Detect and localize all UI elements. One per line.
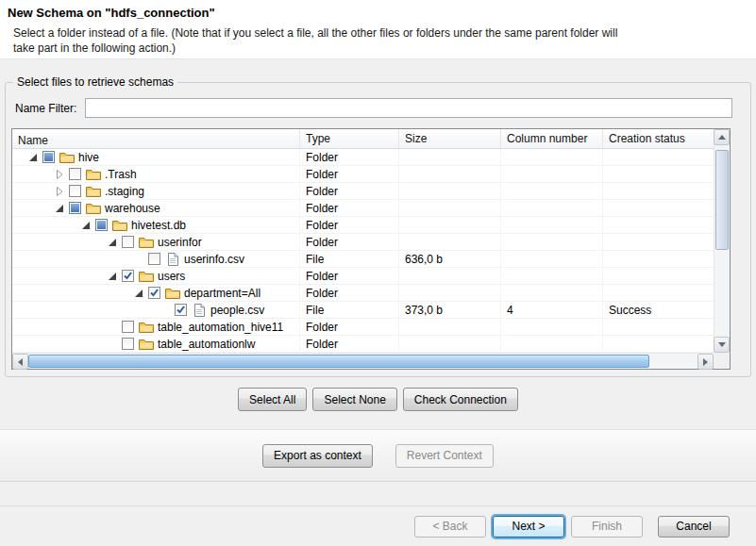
cancel-button[interactable]: Cancel xyxy=(658,516,730,538)
tree-collapse-icon[interactable] xyxy=(27,153,39,162)
cell-colnum xyxy=(501,336,603,352)
select-none-button[interactable]: Select None xyxy=(312,388,396,411)
tree-expand-icon[interactable] xyxy=(54,187,65,196)
group-title: Select files to retrieve schemas xyxy=(13,75,177,89)
cell-status xyxy=(603,336,714,352)
file-icon xyxy=(165,253,180,266)
row-checkbox[interactable] xyxy=(69,185,81,197)
tree-row-people-csv[interactable]: people.csvFile373,0 b4Success xyxy=(12,302,714,319)
tree-collapse-icon[interactable] xyxy=(54,204,65,213)
folder-icon xyxy=(139,339,154,350)
cell-colnum xyxy=(501,234,603,250)
cell-status xyxy=(603,285,714,301)
export-as-context-button[interactable]: Export as context xyxy=(262,444,373,468)
row-checkbox[interactable] xyxy=(122,236,134,248)
cell-size xyxy=(399,285,501,301)
column-header-colnum[interactable]: Column number xyxy=(501,129,603,148)
horizontal-scroll-thumb[interactable] xyxy=(28,355,649,368)
tree-row-hive[interactable]: hiveFolder xyxy=(12,149,714,166)
row-name-label: hive xyxy=(78,150,99,165)
vertical-scroll-thumb[interactable] xyxy=(715,150,729,250)
table-body: hiveFolder.TrashFolder.stagingFolderware… xyxy=(12,149,714,353)
column-header-type[interactable]: Type xyxy=(300,129,399,148)
row-checkbox[interactable] xyxy=(42,151,55,163)
vertical-scrollbar[interactable] xyxy=(714,129,730,353)
scroll-left-button[interactable] xyxy=(12,354,28,370)
finish-button[interactable]: Finish xyxy=(571,516,643,538)
check-connection-button[interactable]: Check Connection xyxy=(403,388,518,411)
back-button[interactable]: < Back xyxy=(414,516,486,538)
row-checkbox[interactable] xyxy=(122,321,134,333)
cell-type: File xyxy=(300,251,399,267)
tree-row-trash[interactable]: .TrashFolder xyxy=(12,166,714,183)
next-button[interactable]: Next > xyxy=(493,516,564,538)
folder-icon xyxy=(139,237,154,248)
expander-spacer xyxy=(160,306,171,315)
cell-status xyxy=(603,319,714,335)
expander-spacer xyxy=(107,323,118,332)
cell-size xyxy=(399,336,501,352)
row-name-label: .Trash xyxy=(105,167,137,182)
tree-collapse-icon[interactable] xyxy=(107,272,118,281)
tree-collapse-icon[interactable] xyxy=(107,238,118,247)
scroll-up-button[interactable] xyxy=(714,129,730,145)
wizard-footer: < Back Next > Finish Cancel xyxy=(0,505,756,546)
revert-context-button[interactable]: Revert Context xyxy=(395,444,494,468)
row-checkbox[interactable] xyxy=(95,219,108,231)
tree-expand-icon[interactable] xyxy=(54,170,65,179)
row-checkbox[interactable] xyxy=(148,253,160,265)
cell-name: userinfor xyxy=(12,234,300,250)
cell-status xyxy=(603,166,714,182)
tree-collapse-icon[interactable] xyxy=(80,221,92,230)
cell-size xyxy=(399,234,501,250)
cell-type: Folder xyxy=(300,200,399,216)
tree-row-staging[interactable]: .stagingFolder xyxy=(12,183,714,200)
select-all-button[interactable]: Select All xyxy=(238,388,307,411)
row-name-label: .staging xyxy=(105,184,144,199)
cell-type: Folder xyxy=(300,149,399,165)
row-checkbox[interactable] xyxy=(175,304,187,316)
cell-size: 636,0 b xyxy=(399,251,501,267)
cell-status xyxy=(603,268,714,284)
cell-type: Folder xyxy=(300,166,399,182)
row-checkbox[interactable] xyxy=(122,338,134,350)
tree-row-userinfo-csv[interactable]: userinfo.csvFile636,0 b xyxy=(12,251,714,268)
cell-name: warehouse xyxy=(12,200,300,216)
scroll-down-button[interactable] xyxy=(714,337,730,353)
cell-name: userinfo.csv xyxy=(12,251,300,267)
folder-icon xyxy=(59,152,75,163)
tree-row-warehouse[interactable]: warehouseFolder xyxy=(12,200,714,217)
tree-row-department-all[interactable]: department=AllFolder xyxy=(12,285,714,302)
tree-collapse-icon[interactable] xyxy=(133,289,144,298)
row-checkbox[interactable] xyxy=(69,168,81,180)
row-checkbox[interactable] xyxy=(69,202,81,214)
cell-colnum xyxy=(501,166,603,182)
cell-type: File xyxy=(300,302,399,318)
tree-row-table-automation-hive11[interactable]: table_automation_hive11Folder xyxy=(12,319,714,336)
cell-name: department=All xyxy=(12,285,300,301)
scroll-right-button[interactable] xyxy=(697,354,714,370)
cell-name: hive xyxy=(12,149,300,165)
cell-name: users xyxy=(12,268,300,284)
tree-row-hivetest-db[interactable]: hivetest.dbFolder xyxy=(12,217,714,234)
name-filter-input[interactable] xyxy=(85,98,732,118)
column-header-name[interactable]: Name xyxy=(12,129,300,148)
column-header-size[interactable]: Size xyxy=(399,129,501,148)
column-header-status[interactable]: Creation status xyxy=(603,129,714,148)
schema-tree-table: NameTypeSizeColumn numberCreation status… xyxy=(11,128,731,370)
cell-status xyxy=(603,217,714,233)
scrollbar-corner xyxy=(714,353,730,369)
description-line-1: Select a folder instead of a file. (Note… xyxy=(13,25,617,41)
folder-icon xyxy=(86,186,101,197)
row-checkbox[interactable] xyxy=(122,270,134,282)
tree-row-table-automationlw[interactable]: table_automationlwFolder xyxy=(12,336,714,353)
tree-row-users[interactable]: usersFolder xyxy=(12,268,714,285)
row-checkbox[interactable] xyxy=(148,287,160,299)
tree-row-userinfor[interactable]: userinforFolder xyxy=(12,234,714,251)
horizontal-scrollbar[interactable] xyxy=(12,353,714,369)
expander-spacer xyxy=(107,339,118,349)
table-header: NameTypeSizeColumn numberCreation status xyxy=(12,129,714,149)
cell-name: people.csv xyxy=(12,302,300,318)
cell-name: .staging xyxy=(12,183,300,199)
cell-status xyxy=(603,234,714,250)
